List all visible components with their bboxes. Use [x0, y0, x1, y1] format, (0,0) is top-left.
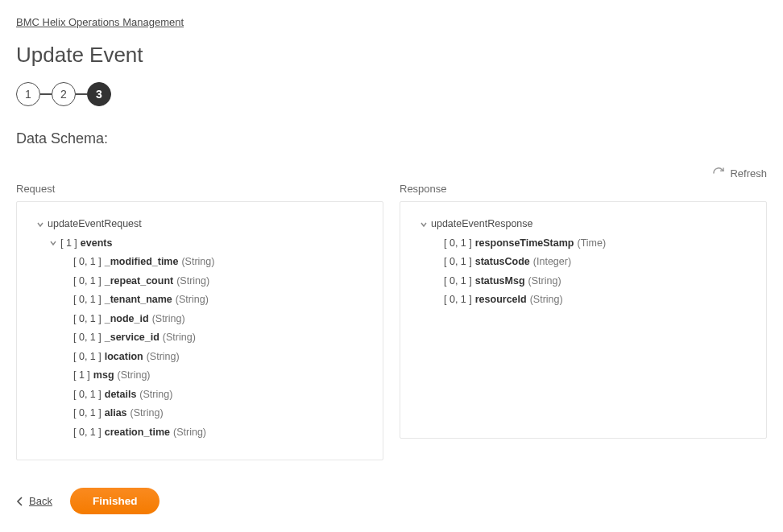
field-name: _modified_time — [105, 255, 179, 270]
breadcrumb[interactable]: BMC Helix Operations Management — [16, 16, 184, 28]
tree-node-events[interactable]: [ 1 ] events — [25, 234, 375, 254]
tree-field[interactable]: [ 0, 1 ] _tenant_name (String) — [25, 291, 375, 310]
field-type: (String) — [181, 255, 214, 270]
refresh-icon — [712, 167, 725, 179]
field-cardinality: [ 0, 1 ] — [73, 312, 102, 327]
tree-root[interactable]: updateEventRequest — [25, 215, 375, 234]
field-cardinality: [ 0, 1 ] — [444, 237, 472, 251]
field-type: (String) — [139, 388, 172, 402]
field-name: statusCode — [475, 255, 530, 270]
step-1[interactable]: 1 — [16, 82, 40, 106]
field-name: location — [105, 350, 143, 365]
field-cardinality: [ 1 ] — [73, 369, 90, 383]
field-type: (String) — [118, 369, 151, 383]
field-name: _repeat_count — [105, 274, 173, 289]
field-cardinality: [ 0, 1 ] — [444, 255, 472, 270]
tree-field[interactable]: [ 0, 1 ] statusCode (Integer) — [408, 253, 758, 272]
field-cardinality: [ 0, 1 ] — [73, 293, 102, 307]
back-button[interactable]: Back — [16, 495, 52, 507]
tree-field[interactable]: [ 0, 1 ] _repeat_count (String) — [25, 272, 375, 291]
tree-field[interactable]: [ 0, 1 ] responseTimeStamp (Time) — [408, 234, 758, 254]
response-panel: updateEventResponse [ 0, 1 ] responseTim… — [400, 201, 767, 439]
field-name: details — [105, 388, 137, 402]
field-cardinality: [ 0, 1 ] — [73, 255, 102, 270]
step-3[interactable]: 3 — [87, 82, 111, 106]
finished-button[interactable]: Finished — [70, 488, 160, 514]
field-name: _tenant_name — [105, 293, 172, 307]
chevron-down-icon — [36, 221, 44, 229]
step-connector — [40, 93, 52, 95]
tree-field[interactable]: [ 1 ] msg (String) — [25, 366, 375, 386]
field-cardinality: [ 0, 1 ] — [73, 331, 102, 345]
tree-field[interactable]: [ 0, 1 ] statusMsg (String) — [408, 272, 758, 291]
refresh-label: Refresh — [730, 167, 767, 179]
tree-root[interactable]: updateEventResponse — [408, 215, 758, 234]
tree-field[interactable]: [ 0, 1 ] _service_id (String) — [25, 328, 375, 348]
tree-field[interactable]: [ 0, 1 ] _modified_time (String) — [25, 253, 375, 272]
chevron-down-icon — [420, 221, 428, 229]
field-type: (String) — [528, 274, 561, 289]
field-type: (String) — [176, 293, 209, 307]
field-type: (String) — [130, 406, 164, 421]
field-cardinality: [ 0, 1 ] — [73, 406, 102, 421]
root-name: updateEventResponse — [431, 217, 532, 232]
section-title: Data Schema: — [16, 130, 767, 147]
chevron-down-icon — [49, 239, 57, 247]
field-type: (String) — [176, 274, 209, 289]
back-label: Back — [29, 495, 52, 507]
refresh-button[interactable]: Refresh — [16, 167, 767, 179]
field-cardinality: [ 0, 1 ] — [73, 426, 102, 440]
field-name: statusMsg — [475, 274, 525, 289]
field-type: (Time) — [577, 237, 606, 251]
chevron-left-icon — [16, 497, 24, 506]
field-name: creation_time — [105, 426, 170, 440]
root-name: updateEventRequest — [48, 217, 142, 232]
request-label: Request — [16, 183, 383, 195]
request-panel: updateEventRequest [ 1 ] events [ 0, 1 ]… — [16, 201, 383, 460]
step-2[interactable]: 2 — [52, 82, 76, 106]
response-label: Response — [400, 183, 767, 195]
field-cardinality: [ 0, 1 ] — [73, 388, 102, 402]
field-name: responseTimeStamp — [475, 237, 574, 251]
tree-field[interactable]: [ 0, 1 ] alias (String) — [25, 404, 375, 423]
page-title: Update Event — [16, 43, 767, 68]
tree-field[interactable]: [ 0, 1 ] _node_id (String) — [25, 310, 375, 329]
field-cardinality: [ 0, 1 ] — [73, 350, 102, 365]
field-type: (String) — [173, 426, 206, 440]
field-name: alias — [105, 406, 127, 421]
stepper: 1 2 3 — [16, 82, 767, 106]
field-type: (String) — [147, 350, 180, 365]
events-name: events — [81, 237, 113, 251]
field-type: (Integer) — [533, 255, 571, 270]
field-cardinality: [ 0, 1 ] — [73, 274, 102, 289]
field-type: (String) — [163, 331, 196, 345]
events-cardinality: [ 1 ] — [60, 237, 77, 251]
field-cardinality: [ 0, 1 ] — [444, 293, 472, 307]
tree-field[interactable]: [ 0, 1 ] resourceId (String) — [408, 291, 758, 310]
field-name: _service_id — [105, 331, 160, 345]
field-name: msg — [93, 369, 114, 383]
field-name: _node_id — [105, 312, 149, 327]
step-connector — [76, 93, 87, 95]
field-name: resourceId — [475, 293, 527, 307]
field-type: (String) — [530, 293, 563, 307]
tree-field[interactable]: [ 0, 1 ] creation_time (String) — [25, 423, 375, 443]
tree-field[interactable]: [ 0, 1 ] details (String) — [25, 386, 375, 405]
tree-field[interactable]: [ 0, 1 ] location (String) — [25, 348, 375, 367]
field-cardinality: [ 0, 1 ] — [444, 274, 472, 289]
field-type: (String) — [152, 312, 185, 327]
